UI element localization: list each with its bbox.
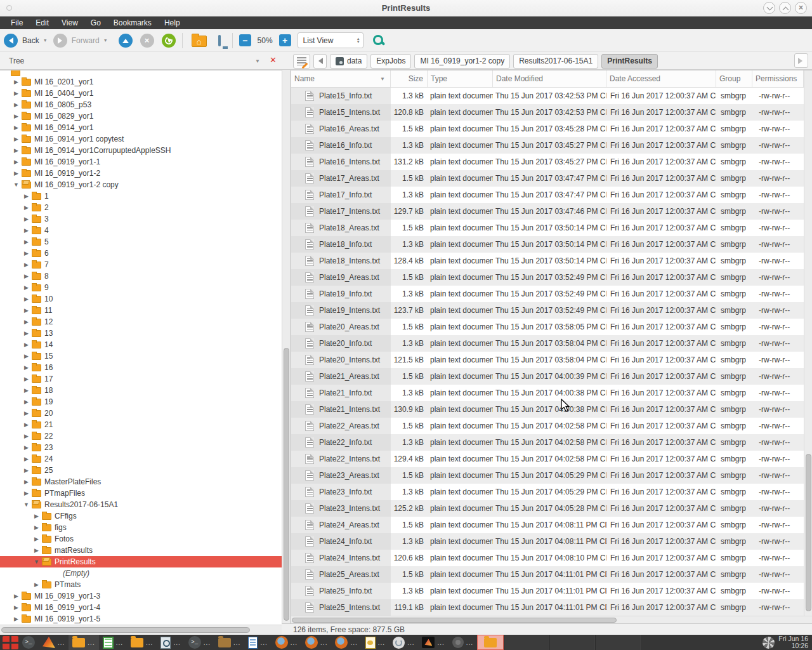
- tree-item-masterplatefiles[interactable]: ▶MasterPlateFiles: [0, 476, 282, 488]
- expand-icon[interactable]: ▶: [31, 524, 42, 531]
- expand-icon[interactable]: ▶: [21, 204, 32, 211]
- expand-icon[interactable]: ▶: [11, 147, 22, 154]
- tree-item-mi-16-0919-yor1-2[interactable]: ▶MI 16_0919_yor1-2: [0, 168, 282, 179]
- zoom-out-button[interactable]: −: [239, 34, 251, 46]
- file-row-plate15-intens-txt[interactable]: Plate15_Intens.txt120.8 kBplain text doc…: [291, 104, 804, 121]
- tree-item-17[interactable]: ▶17: [0, 373, 282, 385]
- minimize-button[interactable]: [763, 2, 775, 14]
- tree-item-19[interactable]: ▶19: [0, 396, 282, 408]
- taskbar-item[interactable]: ...: [389, 635, 418, 650]
- file-row-plate20-intens-txt[interactable]: Plate20_Intens.txt121.5 kBplain text doc…: [291, 352, 804, 368]
- file-row-plate21-info-txt[interactable]: Plate21_Info.txt1.3 kBplain text documen…: [291, 385, 804, 401]
- list-horizontal-scrollbar-thumb[interactable]: [292, 618, 617, 623]
- column-header-size[interactable]: Size: [391, 70, 428, 87]
- tree-item-23[interactable]: ▶23: [0, 442, 282, 453]
- column-header-name[interactable]: Name▼: [291, 70, 391, 87]
- collapse-icon[interactable]: ▼: [31, 559, 42, 565]
- file-row-plate23-intens-txt[interactable]: Plate23_Intens.txt125.2 kBplain text doc…: [291, 500, 804, 517]
- taskbar-item[interactable]: ...: [244, 635, 271, 650]
- zoom-in-button[interactable]: +: [279, 34, 291, 46]
- taskbar-item[interactable]: >_: [18, 635, 39, 650]
- tree-item--empty-[interactable]: (Empty): [0, 567, 282, 579]
- pinwheel-tray-icon[interactable]: [763, 637, 775, 649]
- file-row-plate23-areas-txt[interactable]: Plate23_Areas.txt1.5 kBplain text docume…: [291, 467, 804, 484]
- tree-item-16[interactable]: ▶16: [0, 362, 282, 373]
- menu-view[interactable]: View: [56, 17, 84, 29]
- expand-icon[interactable]: ▶: [21, 319, 32, 325]
- tree-item-mi-16-0404-yor1[interactable]: ▶MI 16_0404_yor1: [0, 88, 282, 99]
- list-vertical-scrollbar-thumb[interactable]: [806, 454, 811, 611]
- file-row-plate22-intens-txt[interactable]: Plate22_Intens.txt129.4 kBplain text doc…: [291, 451, 804, 467]
- taskbar-item[interactable]: ...: [301, 635, 331, 650]
- tree-item-printresults[interactable]: ▼PrintResults: [0, 556, 282, 567]
- tree-item-figs[interactable]: ▶figs: [0, 522, 282, 533]
- expand-icon[interactable]: ▶: [11, 79, 22, 85]
- home-button[interactable]: ⌂: [192, 34, 207, 47]
- tree-horizontal-scrollbar[interactable]: [0, 625, 282, 635]
- tree-item-mi-16-0919-yor1-5[interactable]: ▶MI 16_0919_yor1-5: [0, 613, 282, 625]
- side-pane-dropdown-icon[interactable]: ▼: [255, 58, 260, 64]
- column-header-date-modified[interactable]: Date Modified: [493, 70, 606, 87]
- tree-item-13[interactable]: ▶13: [0, 328, 282, 339]
- expand-icon[interactable]: ▶: [21, 490, 32, 496]
- menu-edit[interactable]: Edit: [30, 17, 55, 29]
- breadcrumb-data[interactable]: data: [330, 54, 367, 69]
- expand-icon[interactable]: ▶: [11, 170, 22, 176]
- tree-item-results2017-06-15a1[interactable]: ▼Results2017-06-15A1: [0, 499, 282, 510]
- file-row-plate16-intens-txt[interactable]: Plate16_Intens.txt131.2 kBplain text doc…: [291, 154, 804, 170]
- file-row-plate17-intens-txt[interactable]: Plate17_Intens.txt129.7 kBplain text doc…: [291, 203, 804, 220]
- column-header-date-accessed[interactable]: Date Accessed: [606, 70, 716, 87]
- taskbar-item[interactable]: ...: [214, 635, 244, 650]
- tree-item-4[interactable]: ▶4: [0, 225, 282, 236]
- tree-item-6[interactable]: ▶6: [0, 248, 282, 259]
- tree-item-mi-16-0919-yor1-1[interactable]: ▶MI 16_0919_yor1-1: [0, 156, 282, 168]
- file-row-plate21-areas-txt[interactable]: Plate21_Areas.txt1.5 kBplain text docume…: [291, 368, 804, 385]
- expand-icon[interactable]: ▶: [11, 593, 22, 599]
- expand-icon[interactable]: ▶: [21, 193, 32, 199]
- tree-item-22[interactable]: ▶22: [0, 430, 282, 442]
- taskbar-item[interactable]: [477, 635, 504, 650]
- tree-item-10[interactable]: ▶10: [0, 293, 282, 305]
- expand-icon[interactable]: ▶: [21, 479, 32, 485]
- file-row-plate24-intens-txt[interactable]: Plate24_Intens.txt120.6 kBplain text doc…: [291, 550, 804, 566]
- tree-vertical-scrollbar[interactable]: [282, 70, 291, 625]
- stop-button[interactable]: ×: [140, 34, 154, 48]
- file-row-plate25-info-txt[interactable]: Plate25_Info.txt1.3 kBplain text documen…: [291, 583, 804, 599]
- file-row-plate20-areas-txt[interactable]: Plate20_Areas.txt1.5 kBplain text docume…: [291, 319, 804, 335]
- file-row-plate15-info-txt[interactable]: Plate15_Info.txt1.3 kBplain text documen…: [291, 88, 804, 104]
- file-row-plate24-info-txt[interactable]: Plate24_Info.txt1.3 kBplain text documen…: [291, 533, 804, 550]
- file-row-plate16-info-txt[interactable]: Plate16_Info.txt1.3 kBplain text documen…: [291, 137, 804, 154]
- app-launcher-icon[interactable]: [3, 636, 18, 649]
- spinner-icons[interactable]: ▲▼: [357, 37, 360, 44]
- window-titlebar[interactable]: PrintResults ×: [0, 0, 812, 17]
- expand-icon[interactable]: ▶: [21, 421, 32, 428]
- file-row-plate25-areas-txt[interactable]: Plate25_Areas.txt1.5 kBplain text docume…: [291, 566, 804, 583]
- forward-dropdown-icon[interactable]: ▼: [103, 38, 108, 43]
- tree-item-7[interactable]: ▶7: [0, 259, 282, 270]
- tree-item-mi-16-0919-yor1-4[interactable]: ▶MI 16_0919_yor1-4: [0, 602, 282, 613]
- column-header-permissions[interactable]: Permissions: [752, 70, 804, 87]
- column-header-group[interactable]: Group: [716, 70, 752, 87]
- tree-item-5[interactable]: ▶5: [0, 236, 282, 248]
- tree-item-partial[interactable]: [0, 70, 282, 76]
- expand-icon[interactable]: ▶: [21, 444, 32, 451]
- tree-item-ptmats[interactable]: ▶PTmats: [0, 579, 282, 590]
- expand-icon[interactable]: ▶: [21, 250, 32, 256]
- tree-item-mi-16-0914-yor1corrupuptedapplessh[interactable]: ▶MI 16_0914_yor1CorrupuptedAppleSSH: [0, 145, 282, 156]
- taskbar-item[interactable]: ...: [418, 635, 448, 650]
- menu-go[interactable]: Go: [85, 17, 107, 29]
- tree-item-fotos[interactable]: ▶Fotos: [0, 533, 282, 545]
- file-row-plate19-intens-txt[interactable]: Plate19_Intens.txt123.7 kBplain text doc…: [291, 302, 804, 319]
- collapse-icon[interactable]: ▼: [11, 182, 22, 188]
- tree-item-11[interactable]: ▶11: [0, 305, 282, 316]
- file-row-plate16-areas-txt[interactable]: Plate16_Areas.txt1.5 kBplain text docume…: [291, 121, 804, 137]
- menu-file[interactable]: File: [5, 17, 29, 29]
- expand-icon[interactable]: ▶: [21, 433, 32, 439]
- tree-item-ptmapfiles[interactable]: ▶PTmapFiles: [0, 488, 282, 499]
- taskbar-item[interactable]: ...: [39, 635, 69, 650]
- tree-item-mi-16-0919-yor1-3[interactable]: ▶MI 16_0919_yor1-3: [0, 590, 282, 602]
- expand-icon[interactable]: ▶: [11, 102, 22, 108]
- maximize-button[interactable]: [779, 2, 791, 14]
- collapse-icon[interactable]: ▼: [21, 501, 32, 508]
- expand-icon[interactable]: ▶: [11, 159, 22, 165]
